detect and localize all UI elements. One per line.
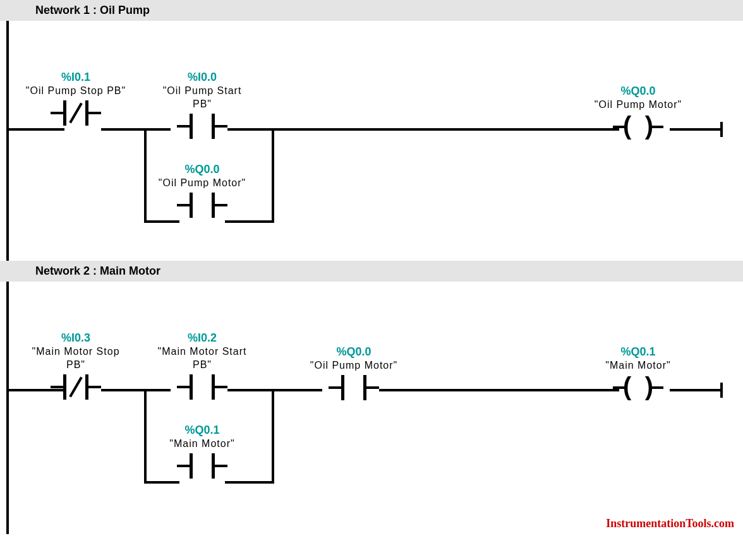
branch-drop-left: [144, 128, 147, 223]
branch-wire: [225, 481, 274, 484]
contact-seal-oil-pump-motor: %Q0.0 "Oil Pump Motor": [152, 162, 253, 218]
no-contact-icon: [183, 374, 221, 400]
label: "Oil Pump Motor": [303, 359, 404, 372]
branch-wire: [144, 481, 179, 484]
coil-icon: (): [619, 114, 657, 140]
network2-body: %I0.3 "Main Motor Stop PB" %I0.2 "Main M…: [0, 282, 743, 534]
power-rail: [6, 21, 9, 261]
contact-seal-main-motor: %Q0.1 "Main Motor": [152, 423, 253, 479]
branch-drop-right: [272, 389, 274, 484]
label: "Oil Pump Motor": [588, 98, 689, 112]
branch-drop-right: [272, 128, 274, 223]
addr: %Q0.1: [152, 423, 253, 438]
label: "Oil Pump Stop PB": [25, 85, 126, 98]
power-rail: [6, 282, 9, 534]
branch-drop-left: [144, 389, 147, 484]
coil-main-motor: %Q0.1 "Main Motor" (): [588, 345, 689, 400]
network1-title: Network 1 : Oil Pump: [35, 4, 150, 16]
wire: [8, 128, 64, 131]
addr: %Q0.1: [588, 345, 689, 359]
label: "Main Motor": [152, 438, 253, 451]
wire: [227, 128, 619, 131]
label: "Oil Pump Motor": [152, 177, 253, 190]
coil-oil-pump-motor: %Q0.0 "Oil Pump Motor" (): [588, 84, 689, 140]
network1-body: %I0.1 "Oil Pump Stop PB" %I0.0 "Oil Pump…: [0, 21, 743, 261]
network2-title: Network 2 : Main Motor: [35, 265, 160, 277]
wire: [379, 389, 619, 391]
no-contact-icon: [183, 114, 221, 139]
wire: [670, 128, 720, 131]
coil-icon: (): [619, 375, 657, 400]
addr: %Q0.0: [588, 84, 689, 98]
no-contact-icon: [183, 453, 221, 479]
addr: %I0.3: [25, 331, 126, 345]
watermark: InstrumentationTools.com: [606, 517, 734, 530]
addr: %I0.0: [152, 70, 253, 85]
label: "Main Motor": [588, 359, 689, 372]
wire: [670, 389, 720, 391]
wire-end: [720, 122, 723, 137]
network2-header: Network 2 : Main Motor: [0, 261, 743, 282]
contact-oil-pump-motor-interlock: %Q0.0 "Oil Pump Motor": [303, 345, 404, 400]
nc-contact-icon: [57, 100, 95, 126]
nc-contact-icon: [57, 374, 95, 400]
label: "Main Motor Stop PB": [25, 345, 126, 372]
addr: %Q0.0: [303, 345, 404, 359]
branch-wire: [144, 220, 179, 223]
no-contact-icon: [183, 193, 221, 218]
no-contact-icon: [335, 375, 373, 400]
label: "Main Motor Start PB": [152, 345, 253, 372]
contact-oil-pump-stop: %I0.1 "Oil Pump Stop PB": [25, 70, 126, 126]
addr: %I0.2: [152, 331, 253, 345]
network1-header: Network 1 : Oil Pump: [0, 0, 743, 21]
branch-wire: [225, 220, 274, 223]
wire-end: [720, 383, 723, 398]
label: "Oil Pump Start PB": [152, 85, 253, 111]
addr: %Q0.0: [152, 162, 253, 177]
addr: %I0.1: [25, 70, 126, 85]
